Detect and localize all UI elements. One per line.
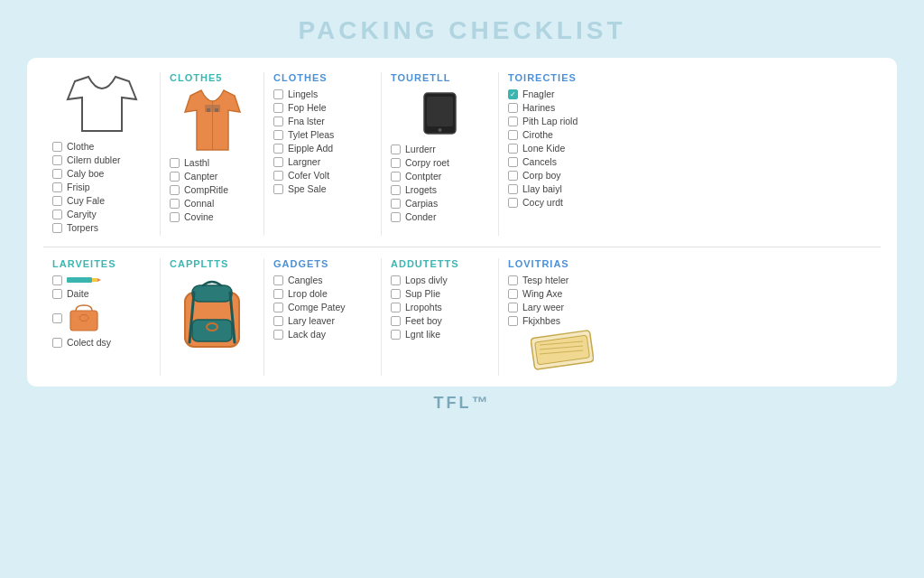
- checkbox[interactable]: [52, 196, 62, 206]
- checkbox[interactable]: [273, 117, 283, 126]
- checkbox[interactable]: [508, 289, 518, 299]
- checkbox[interactable]: [52, 182, 62, 192]
- checkbox[interactable]: [508, 144, 518, 154]
- list-item: Cancels: [508, 156, 616, 167]
- checkbox[interactable]: [508, 171, 518, 181]
- checkbox[interactable]: [52, 210, 62, 219]
- checkbox[interactable]: [391, 303, 401, 312]
- item-label: Cirothe: [522, 129, 553, 140]
- col-larveites-header: LARVEITES: [52, 258, 151, 269]
- checkbox[interactable]: [508, 117, 518, 126]
- checkbox[interactable]: [273, 171, 283, 181]
- item-label: Comge Patey: [288, 302, 346, 312]
- item-label: Carpias: [405, 198, 438, 209]
- checkbox[interactable]: [273, 275, 283, 285]
- checkbox[interactable]: [273, 89, 283, 99]
- checkbox[interactable]: [508, 184, 518, 194]
- checkbox[interactable]: [52, 142, 62, 152]
- col9-items: Tesp htelerWing AxeLary weerFkjxhbes: [508, 275, 616, 326]
- list-item: Contpter: [391, 171, 489, 182]
- checkbox[interactable]: [273, 316, 283, 326]
- checkbox[interactable]: [508, 130, 518, 140]
- item-label: Cangles: [288, 275, 323, 285]
- larveites-daite: Daite: [52, 288, 151, 299]
- item-label: Fkjxhbes: [522, 315, 560, 326]
- item-label: Eipple Add: [288, 143, 333, 154]
- checkbox[interactable]: [52, 155, 62, 165]
- page-title: PACKING CHECKLIST: [298, 16, 625, 45]
- checkbox[interactable]: [170, 158, 180, 168]
- item-label: Lack day: [288, 329, 326, 340]
- col-gadgets: GADGETS CanglesLrop doleComge PateyLary …: [264, 258, 382, 376]
- item-label: Tesp hteler: [522, 275, 568, 285]
- checkbox[interactable]: [273, 130, 283, 140]
- checkbox[interactable]: [391, 185, 401, 195]
- checkbox[interactable]: [52, 223, 62, 233]
- list-item: Fop Hele: [273, 102, 372, 113]
- checkbox[interactable]: [391, 144, 401, 154]
- list-item: Lurderr: [391, 144, 489, 154]
- checkbox[interactable]: [273, 103, 283, 113]
- checkbox[interactable]: [52, 338, 62, 348]
- larveites-checkbox-pencil[interactable]: [52, 275, 62, 285]
- checkbox[interactable]: [508, 103, 518, 113]
- checkbox[interactable]: [391, 172, 401, 182]
- checkbox[interactable]: [273, 184, 283, 194]
- checkbox[interactable]: [273, 303, 283, 312]
- item-label: Caly boe: [67, 168, 104, 179]
- checkbox[interactable]: [391, 330, 401, 340]
- shirt-image: [170, 89, 254, 152]
- checkbox[interactable]: [170, 185, 180, 195]
- item-label: Daite: [67, 288, 89, 299]
- item-label: Harines: [522, 102, 555, 113]
- list-item: Lary weer: [508, 302, 616, 312]
- checkbox[interactable]: [52, 169, 62, 179]
- checkbox[interactable]: [170, 172, 180, 182]
- checkbox[interactable]: [391, 212, 401, 222]
- bottom-row: LARVEITES Daite: [43, 258, 881, 376]
- checkbox[interactable]: [170, 212, 180, 222]
- item-label: Frisip: [67, 182, 90, 192]
- item-label: Colect dsy: [67, 337, 111, 348]
- list-item: Tylet Pleas: [273, 129, 372, 140]
- checkbox[interactable]: [508, 198, 518, 208]
- col-clothes2-header: CLOTHES: [273, 72, 372, 83]
- checkbox[interactable]: [273, 330, 283, 340]
- item-label: Covine: [184, 211, 214, 222]
- col-cappltts: CAPPLTTS: [161, 258, 264, 376]
- checkbox[interactable]: [273, 144, 283, 154]
- checkbox[interactable]: [391, 316, 401, 326]
- list-item: Pith Lap riold: [508, 116, 616, 126]
- list-item: Lasthl: [170, 157, 254, 168]
- checkbox[interactable]: [391, 158, 401, 168]
- list-item: Corp boy: [508, 170, 616, 181]
- checkbox[interactable]: [508, 316, 518, 326]
- checkbox[interactable]: [391, 275, 401, 285]
- col-lovitrias-header: LOVITRIAS: [508, 258, 616, 269]
- item-label: Sup Plie: [405, 288, 440, 299]
- svg-rect-13: [192, 285, 232, 302]
- checkbox[interactable]: [508, 303, 518, 312]
- item-label: Lurderr: [405, 144, 436, 154]
- checkbox[interactable]: [391, 199, 401, 209]
- checkbox[interactable]: [391, 289, 401, 299]
- item-label: Caryity: [67, 209, 97, 219]
- checkbox[interactable]: [508, 275, 518, 285]
- phone-image: [391, 89, 489, 138]
- item-label: Spe Sale: [288, 183, 327, 194]
- larveites-checkbox-bag[interactable]: [52, 313, 62, 323]
- col7-items: CanglesLrop doleComge PateyLary leaverLa…: [273, 275, 372, 340]
- item-label: Contpter: [405, 171, 441, 182]
- list-item: Canpter: [170, 171, 254, 182]
- item-label: Lrop dole: [288, 288, 328, 299]
- checkbox[interactable]: [273, 289, 283, 299]
- item-label: Wing Axe: [522, 288, 562, 299]
- checkbox[interactable]: [508, 157, 518, 167]
- checkbox[interactable]: ✓: [508, 89, 518, 99]
- checkbox[interactable]: [273, 157, 283, 167]
- col-addutetts-header: ADDUTETTS: [391, 258, 489, 269]
- checkbox[interactable]: [170, 199, 180, 209]
- checkbox[interactable]: [52, 289, 62, 299]
- list-item: Lops divly: [391, 275, 489, 285]
- col8-items: Lops divlySup PlieLropohtsFeet boyLgnt l…: [391, 275, 489, 340]
